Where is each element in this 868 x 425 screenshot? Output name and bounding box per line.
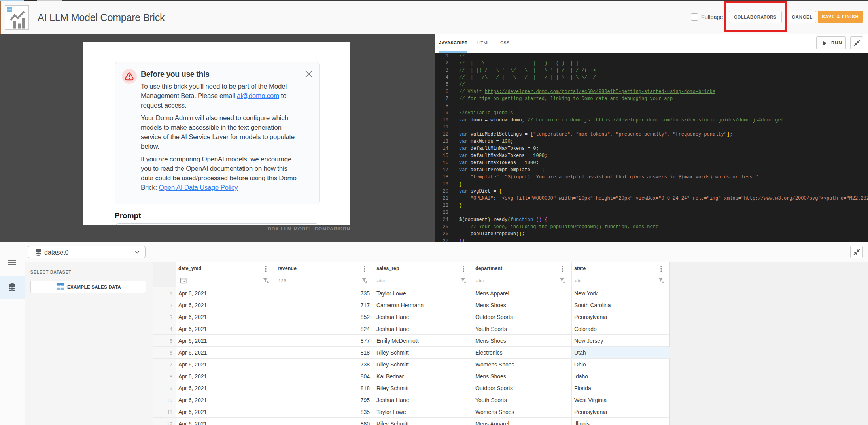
svg-text:DOMO: DOMO — [7, 9, 12, 11]
